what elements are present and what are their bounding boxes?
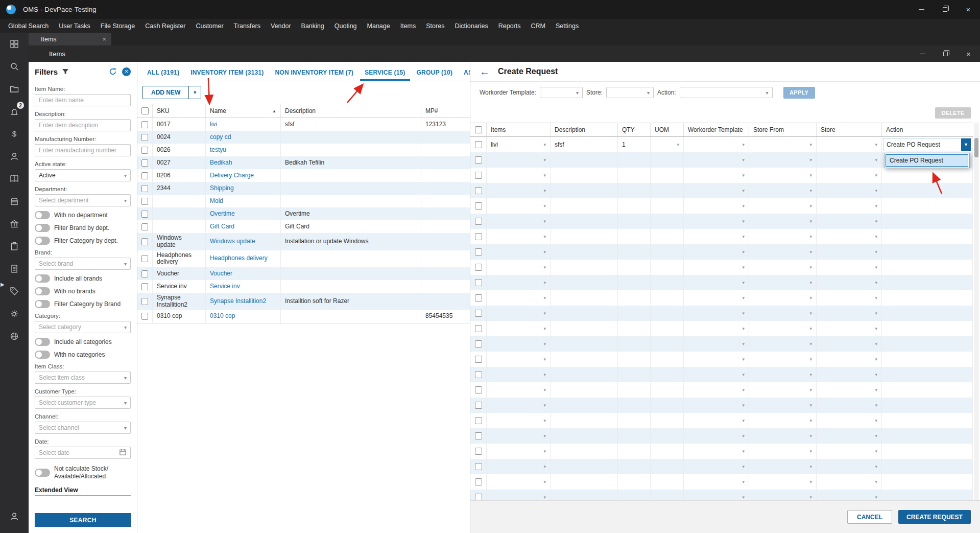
items-combo[interactable]: ▾ bbox=[487, 428, 551, 444]
column-header-mp[interactable]: MP# bbox=[421, 104, 470, 118]
menu-item-global-search[interactable]: Global Search bbox=[3, 19, 54, 33]
search-icon[interactable] bbox=[4, 56, 25, 77]
item-name-link[interactable]: copy cd bbox=[206, 131, 281, 144]
menu-item-user-tasks[interactable]: User Tasks bbox=[54, 19, 95, 33]
row-checkbox[interactable] bbox=[470, 444, 487, 459]
row-checkbox[interactable] bbox=[470, 275, 487, 290]
store-from-combo[interactable]: ▾ bbox=[749, 336, 817, 352]
channel-select[interactable]: Select channel▾ bbox=[35, 422, 131, 434]
row-checkbox[interactable] bbox=[137, 267, 153, 280]
row-checkbox[interactable] bbox=[137, 156, 153, 169]
store-combo[interactable]: ▾ bbox=[817, 474, 882, 490]
row-checkbox[interactable] bbox=[470, 474, 487, 490]
item-name-link[interactable]: Gift Card bbox=[206, 220, 281, 233]
items-combo[interactable]: ▾ bbox=[487, 152, 551, 168]
row-checkbox[interactable] bbox=[470, 321, 487, 336]
items-table-row[interactable]: Windows updateWindows updateInstallation… bbox=[137, 233, 470, 250]
request-table-row[interactable]: ▾▾▾▾ bbox=[470, 290, 973, 306]
store-from-combo[interactable]: ▾ bbox=[749, 183, 817, 198]
items-combo[interactable]: ▾ bbox=[487, 336, 551, 352]
date-input[interactable]: Select date bbox=[35, 447, 131, 459]
item-name-link[interactable]: Overtime bbox=[206, 207, 281, 220]
request-table-row[interactable]: ▾▾▾▾ bbox=[470, 183, 973, 198]
store-combo[interactable]: ▾ bbox=[817, 413, 882, 428]
workorder-template-combo[interactable]: ▾ bbox=[684, 137, 749, 152]
store-from-combo[interactable]: ▾ bbox=[749, 490, 817, 500]
items-combo[interactable]: ▾ bbox=[487, 459, 551, 474]
items-combo[interactable]: ▾ bbox=[487, 275, 551, 290]
item-name-link[interactable]: Synapse Installition2 bbox=[206, 293, 281, 310]
workorder-template-combo[interactable]: ▾ bbox=[684, 152, 749, 168]
request-table-row[interactable]: livi▾sfsf1▾▾▾▾Create PO Request▼ bbox=[470, 137, 973, 152]
store-from-combo[interactable]: ▾ bbox=[749, 367, 817, 382]
menu-item-reports[interactable]: Reports bbox=[493, 19, 526, 33]
menu-item-customer[interactable]: Customer bbox=[190, 19, 228, 33]
row-checkbox[interactable] bbox=[137, 220, 153, 233]
item-name-link[interactable]: Voucher bbox=[206, 267, 281, 280]
items-table-row[interactable]: Headphones deliveryHeadphones delivery bbox=[137, 250, 470, 268]
request-table-row[interactable]: ▾▾▾▾ bbox=[470, 367, 973, 382]
store-from-combo[interactable]: ▾ bbox=[749, 275, 817, 290]
items-combo[interactable]: livi▾ bbox=[487, 137, 551, 152]
store-from-combo[interactable]: ▾ bbox=[749, 398, 817, 413]
item-name-link[interactable]: Mold bbox=[206, 195, 281, 207]
store-from-combo[interactable]: ▾ bbox=[749, 306, 817, 321]
request-table-row[interactable]: ▾▾▾▾ bbox=[470, 336, 973, 352]
row-checkbox[interactable] bbox=[470, 382, 487, 398]
restore-icon[interactable] bbox=[933, 0, 957, 19]
items-combo[interactable]: ▾ bbox=[487, 260, 551, 275]
back-arrow-icon[interactable]: ← bbox=[480, 66, 490, 78]
items-table-row[interactable]: 0017livisfsf123123 bbox=[137, 118, 470, 131]
items-combo[interactable]: ▾ bbox=[487, 382, 551, 398]
items-combo[interactable]: ▾ bbox=[487, 168, 551, 183]
items-combo[interactable]: ▾ bbox=[487, 398, 551, 413]
store-from-combo[interactable]: ▾ bbox=[749, 352, 817, 367]
toggle-not-calculate-stock[interactable] bbox=[35, 469, 50, 477]
items-table-row[interactable]: 0310 cop0310 cop85454535 bbox=[137, 310, 470, 323]
row-checkbox[interactable] bbox=[137, 118, 153, 131]
row-checkbox[interactable] bbox=[137, 131, 153, 144]
request-table-row[interactable]: ▾▾▾▾ bbox=[470, 428, 973, 444]
row-checkbox[interactable] bbox=[470, 306, 487, 321]
row-checkbox[interactable] bbox=[470, 352, 487, 367]
scrollbar-thumb[interactable] bbox=[974, 138, 978, 157]
tab-assembly[interactable]: ASSEMBL bbox=[459, 69, 470, 81]
request-table-row[interactable]: ▾▾▾▾ bbox=[470, 229, 973, 244]
rail-expand-icon[interactable]: ▶ bbox=[1, 282, 5, 287]
store-from-combo[interactable]: ▾ bbox=[749, 444, 817, 459]
documents-icon[interactable] bbox=[4, 259, 25, 279]
store-combo[interactable]: ▾ bbox=[817, 444, 882, 459]
request-table-row[interactable]: ▾▾▾▾ bbox=[470, 352, 973, 367]
toggle-with-no-brands[interactable] bbox=[35, 287, 50, 295]
tab-service[interactable]: SERVICE (15) bbox=[360, 69, 410, 81]
row-checkbox[interactable] bbox=[470, 198, 487, 214]
items-table-row[interactable]: 0024copy cd bbox=[137, 131, 470, 144]
store-combo[interactable]: ▾ bbox=[817, 229, 882, 244]
row-checkbox[interactable] bbox=[470, 152, 487, 168]
items-combo[interactable]: ▾ bbox=[487, 490, 551, 500]
toggle-filter-brand-by-dept[interactable] bbox=[35, 224, 50, 232]
store-from-combo[interactable]: ▾ bbox=[749, 290, 817, 306]
items-combo[interactable]: ▾ bbox=[487, 367, 551, 382]
qty-cell[interactable]: 1 bbox=[618, 137, 651, 152]
menu-item-transfers[interactable]: Transfers bbox=[229, 19, 266, 33]
menu-item-banking[interactable]: Banking bbox=[296, 19, 329, 33]
store-from-combo[interactable]: ▾ bbox=[749, 474, 817, 490]
item-class-select[interactable]: Select item class▾ bbox=[35, 372, 131, 384]
items-combo[interactable]: ▾ bbox=[487, 290, 551, 306]
row-checkbox[interactable] bbox=[137, 280, 153, 293]
menu-item-items[interactable]: Items bbox=[395, 19, 421, 33]
clear-filters-icon[interactable]: × bbox=[122, 67, 131, 76]
action-select[interactable]: ▾ bbox=[680, 87, 773, 98]
vertical-scrollbar[interactable] bbox=[974, 123, 979, 500]
items-combo[interactable]: ▾ bbox=[487, 183, 551, 198]
store-select[interactable]: ▾ bbox=[606, 87, 654, 98]
user-icon[interactable] bbox=[4, 506, 25, 527]
items-table-row[interactable]: 0206Delivery Charge bbox=[137, 169, 470, 182]
workorder-template-combo[interactable]: ▾ bbox=[684, 428, 749, 444]
store-from-combo[interactable]: ▾ bbox=[749, 260, 817, 275]
request-table-row[interactable]: ▾▾▾▾ bbox=[470, 413, 973, 428]
row-checkbox[interactable] bbox=[470, 367, 487, 382]
minimize-icon[interactable] bbox=[911, 45, 934, 62]
workorder-template-combo[interactable]: ▾ bbox=[684, 290, 749, 306]
